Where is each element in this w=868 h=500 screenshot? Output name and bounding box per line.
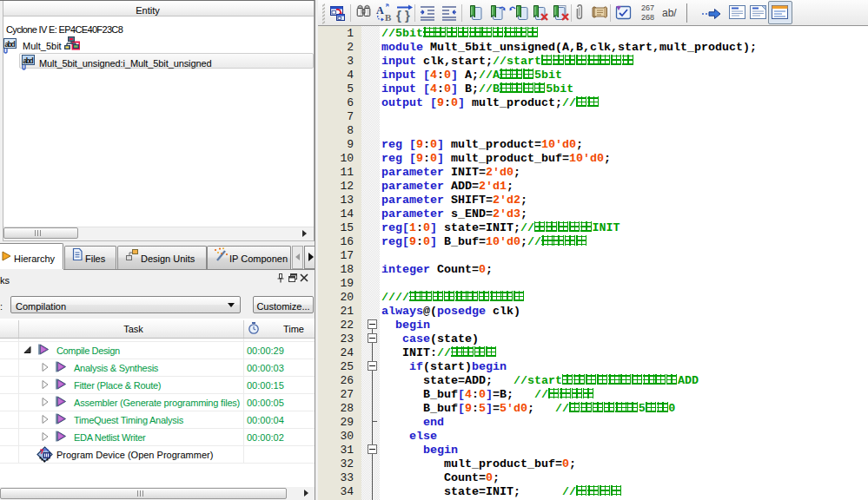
svg-text:abd: abd xyxy=(5,40,16,49)
svg-text:B: B xyxy=(385,12,392,23)
svg-text:abd: abd xyxy=(23,56,34,65)
svg-text:A: A xyxy=(376,4,384,16)
svg-text:{ }: { } xyxy=(396,8,410,23)
